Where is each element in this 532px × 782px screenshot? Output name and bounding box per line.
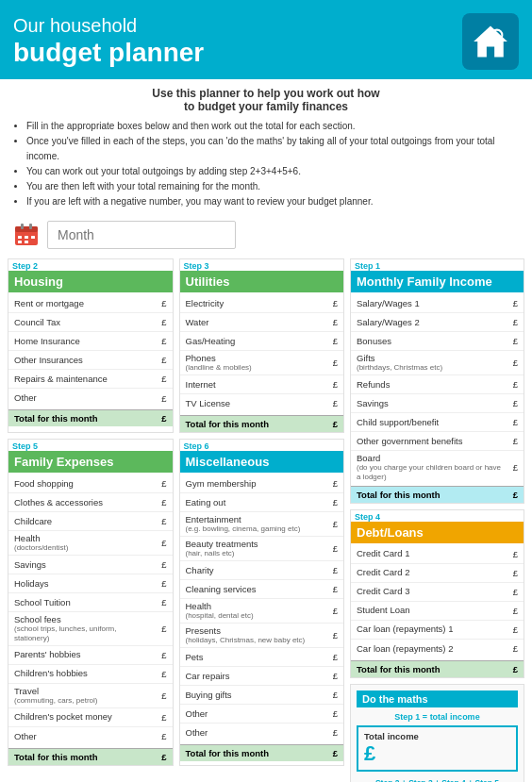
row-value: £ <box>503 317 518 327</box>
row-value: £ <box>152 478 167 489</box>
date-row <box>0 217 532 258</box>
instruction-3: You can work out your total outgoings by… <box>26 164 519 179</box>
row-value: £ <box>152 650 167 660</box>
left-column: Step 2 Housing Rent or mortgage£Council … <box>8 258 344 782</box>
table-row: Presents(holidays, Christmas, new baby e… <box>180 624 344 648</box>
row-value: £ <box>503 417 518 427</box>
step5-total: Total for this month £ <box>8 748 173 765</box>
table-row: Travel(commuting, cars, petrol)£ <box>8 684 173 708</box>
row-label: Gym membership <box>186 478 324 489</box>
row-label: Entertainment(e.g. bowling, cinema, gami… <box>186 514 324 534</box>
row-label: Other <box>14 392 152 403</box>
row-label: Savings <box>14 559 152 570</box>
table-row: Repairs & maintenance£ <box>8 370 173 389</box>
row-value: £ <box>323 727 338 738</box>
table-row: Health(hospital, dental etc)£ <box>180 599 344 624</box>
table-row: Savings£ <box>351 394 524 413</box>
step6-total: Total for this month £ <box>180 744 344 761</box>
svg-rect-10 <box>25 241 28 243</box>
row-value: £ <box>152 731 167 741</box>
table-row: Gifts(birthdays, Christmas etc)£ <box>351 351 524 375</box>
row-value: £ <box>503 379 518 390</box>
row-label: Children's pocket money <box>14 711 152 722</box>
row-label: Beauty treatments(hair, nails etc) <box>186 539 324 558</box>
row-value: £ <box>503 587 518 597</box>
step5-label: Step 5 <box>8 440 173 451</box>
row-value: £ <box>503 606 518 616</box>
row-value: £ <box>323 379 338 390</box>
svg-rect-8 <box>31 236 35 239</box>
row-label: Eating out <box>186 497 324 507</box>
row-value: £ <box>323 708 338 719</box>
row-label: Cleaning services <box>186 584 324 594</box>
table-row: Other Insurances£ <box>8 351 173 370</box>
total-income-value: £ <box>364 741 510 766</box>
row-value: £ <box>152 597 167 607</box>
row-label: Other Insurances <box>14 355 152 365</box>
row-label: Pets <box>186 652 324 662</box>
step4-block: Step 4 Debt/Loans Credit Card 1£Credit C… <box>350 509 524 678</box>
table-row: Credit Card 2£ <box>351 564 524 583</box>
row-value: £ <box>152 559 167 570</box>
row-label: Other government benefits <box>357 436 503 446</box>
row-label: Buying gifts <box>186 690 324 700</box>
table-row: Beauty treatments(hair, nails etc)£ <box>180 537 344 561</box>
table-row: Pets£ <box>180 648 344 667</box>
step4-title: Debt/Loans <box>351 522 524 543</box>
row-label: Other <box>186 727 324 738</box>
step2-body: Rent or mortgage£Council Tax£Home Insura… <box>8 292 173 409</box>
row-label: Travel(commuting, cars, petrol) <box>14 686 152 706</box>
row-value: £ <box>152 298 167 308</box>
row-label: Board(do you charge your children board … <box>357 453 503 482</box>
maths-eq2: Step 2 + Step 3 + Step 4 + Step 5 + Step… <box>357 777 518 782</box>
instruction-2: Once you've filled in each of the steps,… <box>26 134 519 164</box>
house-svg: £ <box>470 21 511 62</box>
do-maths-block: Do the maths Step 1 = total income Total… <box>350 684 524 782</box>
row-label: Rent or mortgage <box>14 298 152 308</box>
row-label: Childcare <box>14 516 152 526</box>
row-value: £ <box>503 462 518 473</box>
table-row: TV License£ <box>180 394 344 413</box>
row-label: Internet <box>186 379 324 390</box>
step1-title: Monthly Family Income <box>351 271 524 292</box>
table-row: Rent or mortgage£ <box>8 294 173 313</box>
row-label: Child support/benefit <box>357 417 503 427</box>
month-input[interactable] <box>47 221 236 249</box>
table-row: Electricity£ <box>180 294 344 313</box>
step1-total: Total for this month £ <box>351 486 524 503</box>
row-label: TV License <box>186 398 324 408</box>
table-row: Clothes & accessories£ <box>8 493 173 512</box>
instruction-5: If you are left with a negative number, … <box>26 194 519 209</box>
table-row: Other government benefits£ <box>351 432 524 451</box>
table-row: Phones(landline & mobiles)£ <box>180 351 344 375</box>
header-text: Our household budget planner <box>13 14 204 69</box>
table-row: Credit Card 1£ <box>351 545 524 564</box>
row-value: £ <box>323 630 338 641</box>
row-label: Student Loan <box>357 605 503 615</box>
step2-total: Total for this month £ <box>8 409 173 426</box>
row-label: Phones(landline & mobiles) <box>186 353 324 373</box>
table-row: Car loan (repayments) 2£ <box>351 640 524 658</box>
table-row: Council Tax£ <box>8 313 173 332</box>
row-value: £ <box>152 393 167 404</box>
table-row: Children's hobbies£ <box>8 665 173 684</box>
maths-eq1: Step 1 = total income <box>357 711 518 722</box>
row-value: £ <box>503 336 518 346</box>
row-value: £ <box>152 690 167 701</box>
row-value: £ <box>503 398 518 408</box>
row-value: £ <box>152 712 167 723</box>
header: Our household budget planner £ <box>0 0 532 79</box>
row-label: Charity <box>186 565 324 575</box>
right-column: Step 1 Monthly Family Income Salary/Wage… <box>350 258 524 782</box>
row-value: £ <box>323 565 338 575</box>
row-value: £ <box>323 606 338 616</box>
row-label: Other <box>186 708 324 719</box>
row-value: £ <box>152 516 167 526</box>
row-label: Health(doctors/dentist) <box>14 533 152 553</box>
svg-rect-6 <box>18 236 22 239</box>
svg-text:£: £ <box>494 32 499 41</box>
step3-total: Total for this month £ <box>180 415 344 432</box>
row-value: £ <box>152 538 167 548</box>
row-value: £ <box>323 317 338 327</box>
row-value: £ <box>323 652 338 662</box>
